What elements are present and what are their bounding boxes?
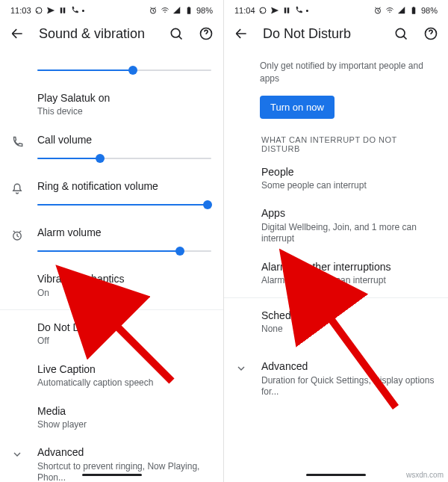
dnd-row[interactable]: Do Not Disturb Off	[0, 313, 223, 355]
alarm-volume-slider[interactable]	[37, 245, 211, 257]
dnd-description: Only get notified by important people an…	[224, 51, 448, 85]
svg-rect-5	[188, 7, 190, 8]
svg-point-9	[260, 7, 266, 13]
page-title: Do Not Disturb	[263, 26, 379, 42]
svg-rect-1	[60, 8, 62, 13]
media-slider-row[interactable]	[0, 51, 223, 84]
search-button[interactable]	[168, 25, 184, 42]
alarm-status-icon	[373, 6, 382, 15]
back-button[interactable]	[233, 25, 249, 42]
ring-volume-slider[interactable]	[37, 199, 211, 211]
help-button[interactable]	[198, 25, 214, 42]
live-caption-row[interactable]: Live Caption Automatically caption speec…	[0, 355, 223, 397]
pause-icon	[282, 6, 291, 15]
turn-on-now-button[interactable]: Turn on now	[260, 96, 335, 119]
salatuk-row[interactable]: Play Salatuk on This device	[0, 84, 223, 126]
media-row[interactable]: Media Show player	[0, 397, 223, 439]
call-volume-slider[interactable]	[37, 152, 211, 164]
alarm-icon	[10, 226, 37, 242]
chevron-down-icon	[10, 445, 24, 460]
people-row[interactable]: People Some people can interrupt	[224, 158, 448, 200]
alarms-row[interactable]: Alarms & other interruptions Alarms and …	[224, 253, 448, 294]
alarm-status-icon	[149, 6, 158, 15]
signal-icon	[397, 6, 406, 15]
signal-icon	[172, 6, 181, 15]
phone-small-icon	[70, 6, 79, 15]
people-subtitle: Some people can interrupt	[261, 180, 436, 192]
salatuk-title: Play Salatuk on	[37, 91, 211, 105]
media-title: Media	[37, 404, 211, 418]
page-title: Sound & vibration	[39, 26, 155, 42]
divider	[224, 297, 448, 298]
screen-dnd: 11:04 • 98% Do Not Disturb Only get noti…	[224, 0, 448, 482]
battery-icon	[409, 6, 418, 15]
live-caption-title: Live Caption	[37, 362, 211, 376]
search-button[interactable]	[393, 25, 409, 42]
ring-volume-title: Ring & notification volume	[37, 179, 211, 193]
schedules-subtitle: None	[261, 324, 436, 336]
status-bar: 11:04 • 98%	[224, 0, 448, 18]
advanced-title: Advanced	[261, 359, 436, 373]
phone-icon	[10, 133, 37, 149]
svg-point-15	[396, 28, 405, 37]
status-time: 11:04	[234, 6, 255, 15]
help-button[interactable]	[423, 25, 439, 42]
advanced-subtitle: Duration for Quick Settings, Display opt…	[261, 375, 436, 398]
whatsapp-icon	[34, 6, 43, 15]
call-volume-title: Call volume	[37, 133, 211, 146]
alarm-volume-title: Alarm volume	[37, 226, 211, 239]
home-indicator[interactable]	[306, 474, 366, 476]
battery-icon	[184, 6, 193, 15]
apps-row[interactable]: Apps Digital Wellbeing, Join, and 1 more…	[224, 199, 448, 252]
status-time: 11:03	[10, 6, 31, 15]
home-indicator[interactable]	[82, 474, 142, 476]
svg-rect-4	[187, 8, 190, 14]
live-caption-subtitle: Automatically caption speech	[37, 377, 211, 389]
apps-title: Apps	[261, 206, 436, 220]
send-icon	[270, 6, 279, 15]
status-dot: •	[82, 6, 85, 15]
wifi-icon	[385, 6, 394, 15]
vibration-title: Vibration & haptics	[37, 272, 211, 285]
advanced-row[interactable]: Advanced Duration for Quick Settings, Di…	[224, 352, 448, 405]
media-subtitle: Show player	[37, 419, 211, 431]
schedules-row[interactable]: Schedules None	[224, 301, 448, 343]
status-dot: •	[306, 6, 309, 15]
back-button[interactable]	[9, 25, 25, 42]
divider	[0, 309, 223, 310]
chevron-down-icon	[234, 359, 248, 374]
svg-rect-14	[413, 7, 414, 8]
svg-rect-10	[284, 8, 286, 13]
ring-volume-row[interactable]: Ring & notification volume	[0, 172, 223, 218]
vibration-row[interactable]: Vibration & haptics On	[0, 265, 223, 306]
call-volume-row[interactable]: Call volume	[0, 126, 223, 172]
schedules-title: Schedules	[261, 309, 436, 322]
dnd-title: Do Not Disturb	[37, 321, 211, 334]
phone-small-icon	[294, 6, 303, 15]
svg-rect-11	[287, 8, 289, 13]
advanced-subtitle: Shortcut to prevent ringing, Now Playing…	[37, 461, 211, 482]
status-bar: 11:03 • 98%	[0, 0, 223, 18]
svg-rect-2	[63, 8, 65, 13]
app-bar: Do Not Disturb	[224, 18, 448, 51]
bell-icon	[10, 179, 37, 196]
battery-percent: 98%	[421, 6, 438, 15]
apps-subtitle: Digital Wellbeing, Join, and 1 more can …	[261, 222, 436, 245]
svg-point-0	[36, 7, 42, 13]
alarm-volume-row[interactable]: Alarm volume	[0, 218, 223, 265]
alarms-title: Alarms & other interruptions	[261, 260, 436, 274]
wifi-icon	[161, 6, 169, 15]
salatuk-subtitle: This device	[37, 106, 211, 118]
advanced-title: Advanced	[37, 445, 211, 459]
battery-percent: 98%	[196, 6, 213, 15]
section-heading: WHAT CAN INTERRUPT DO NOT DISTURB	[224, 123, 448, 158]
screen-sound-vibration: 11:03 • 98% Sound & vibration	[0, 0, 224, 482]
watermark: wsxdn.com	[406, 471, 444, 479]
pause-icon	[58, 6, 67, 15]
alarms-subtitle: Alarms and media can interrupt	[261, 275, 436, 287]
app-bar: Sound & vibration	[0, 18, 223, 51]
vibration-subtitle: On	[37, 288, 211, 300]
whatsapp-icon	[258, 6, 267, 15]
people-title: People	[261, 165, 436, 179]
media-volume-slider[interactable]	[37, 64, 211, 76]
